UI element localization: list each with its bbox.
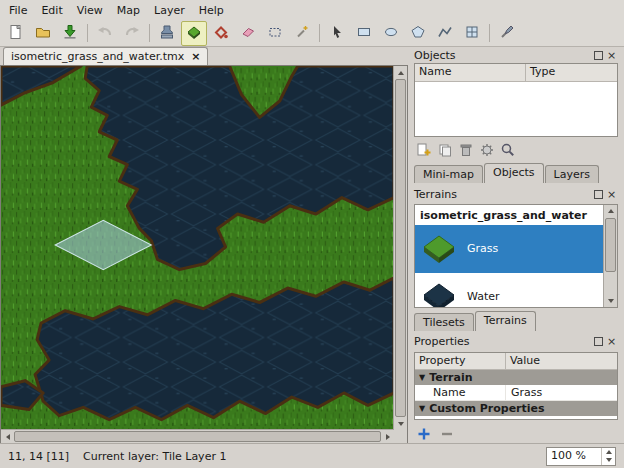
- new-map-button[interactable]: [3, 21, 29, 46]
- ellipse-shape-icon: [383, 24, 399, 43]
- vertical-scroll-thumb[interactable]: [395, 79, 406, 417]
- objects-toolbar: [414, 137, 618, 160]
- scroll-left-arrow[interactable]: [1, 430, 14, 443]
- expander-icon[interactable]: ▼: [419, 404, 425, 413]
- dock-close-button[interactable]: ×: [605, 335, 618, 348]
- insert-tile-button[interactable]: [459, 21, 485, 46]
- objects-column-name[interactable]: Name: [415, 64, 526, 81]
- eraser-button[interactable]: [235, 21, 261, 46]
- property-name: Name: [415, 385, 506, 400]
- document-tab[interactable]: isometric_grass_and_water.tmx ×: [3, 47, 208, 65]
- menu-bar: File Edit View Map Layer Help: [0, 0, 624, 20]
- zoom-control[interactable]: 100 %: [546, 447, 616, 466]
- terrains-scroll-thumb[interactable]: [605, 218, 616, 272]
- menu-layer[interactable]: Layer: [147, 2, 192, 19]
- scroll-up-arrow[interactable]: [604, 205, 617, 218]
- save-map-button[interactable]: [57, 21, 83, 46]
- menu-view[interactable]: View: [70, 2, 110, 19]
- magnifier-icon: [500, 142, 516, 158]
- save-icon: [62, 24, 78, 43]
- property-group-terrain[interactable]: ▼ Terrain: [415, 370, 617, 385]
- vertical-scrollbar[interactable]: [393, 66, 407, 430]
- tab-mini-map[interactable]: Mini-map: [414, 165, 483, 183]
- expander-icon[interactable]: ▼: [419, 373, 425, 382]
- scrollbar-corner: [394, 430, 407, 443]
- properties-dock-titlebar: Properties ×: [414, 334, 618, 349]
- objects-dock-title: Objects: [414, 49, 592, 62]
- map-canvas[interactable]: [1, 66, 394, 430]
- find-object-button[interactable]: [498, 140, 517, 159]
- properties-header: Property Value: [415, 353, 617, 370]
- value-column[interactable]: Value: [506, 353, 617, 369]
- dock-close-button[interactable]: ×: [605, 49, 618, 62]
- insert-rectangle-button[interactable]: [351, 21, 377, 46]
- status-bar: 11, 14 [11] Current layer: Tile Layer 1 …: [0, 443, 624, 468]
- tab-terrains[interactable]: Terrains: [475, 311, 536, 331]
- scroll-up-arrow[interactable]: [394, 66, 407, 79]
- toolbar-separator: [149, 24, 150, 42]
- horizontal-scroll-thumb[interactable]: [14, 431, 381, 442]
- tab-objects[interactable]: Objects: [484, 163, 544, 183]
- terrains-dock-titlebar: Terrains ×: [414, 186, 618, 201]
- menu-file[interactable]: File: [2, 2, 34, 19]
- open-map-button[interactable]: [30, 21, 56, 46]
- terrain-item-grass[interactable]: Grass: [415, 225, 604, 273]
- insert-polyline-button[interactable]: [432, 21, 458, 46]
- undo-button[interactable]: [92, 21, 118, 46]
- magic-wand-button[interactable]: [289, 21, 315, 46]
- tab-tilesets[interactable]: Tilesets: [414, 313, 474, 331]
- scroll-right-arrow[interactable]: [381, 430, 394, 443]
- terrain-brush-button[interactable]: [181, 21, 207, 46]
- dock-close-button[interactable]: ×: [605, 188, 618, 201]
- document-tab-bar: isometric_grass_and_water.tmx ×: [0, 46, 408, 65]
- cursor-coordinates: 11, 14 [11]: [8, 450, 69, 463]
- remove-objects-button[interactable]: [456, 140, 475, 159]
- property-row-name[interactable]: Name Grass: [415, 385, 617, 401]
- duplicate-objects-button[interactable]: [435, 140, 454, 159]
- dock-float-button[interactable]: [592, 335, 605, 348]
- stamp-brush-button[interactable]: [154, 21, 180, 46]
- terrain-label: Grass: [467, 242, 498, 255]
- terrains-scrollbar[interactable]: [603, 205, 617, 308]
- properties-toolbar: [414, 420, 618, 444]
- dock-float-button[interactable]: [592, 49, 605, 62]
- add-object-button[interactable]: [414, 140, 433, 159]
- menu-map[interactable]: Map: [110, 2, 147, 19]
- insert-polygon-button[interactable]: [405, 21, 431, 46]
- eyedropper-button[interactable]: [494, 21, 520, 46]
- objects-column-type[interactable]: Type: [526, 64, 617, 81]
- properties-table[interactable]: Property Value ▼ Terrain Name Grass ▼ Cu…: [414, 352, 618, 421]
- scroll-down-arrow[interactable]: [394, 417, 407, 430]
- select-objects-button[interactable]: [324, 21, 350, 46]
- rectangular-select-button[interactable]: [262, 21, 288, 46]
- trash-icon: [458, 142, 474, 158]
- zoom-decrease-arrow[interactable]: [602, 456, 615, 465]
- objects-list[interactable]: Name Type: [414, 63, 618, 137]
- insert-ellipse-button[interactable]: [378, 21, 404, 46]
- redo-button[interactable]: [119, 21, 145, 46]
- duplicate-icon: [437, 142, 453, 158]
- object-properties-button[interactable]: [477, 140, 496, 159]
- tab-layers[interactable]: Layers: [545, 165, 599, 183]
- new-map-icon: [8, 24, 24, 43]
- property-group-custom[interactable]: ▼ Custom Properties: [415, 401, 617, 416]
- tab-close-icon[interactable]: ×: [191, 50, 200, 63]
- grass-terrain-thumbnail: [420, 232, 458, 266]
- property-column[interactable]: Property: [415, 353, 506, 369]
- remove-property-button[interactable]: [437, 424, 456, 443]
- zoom-increase-arrow[interactable]: [602, 448, 615, 457]
- dock-float-button[interactable]: [592, 188, 605, 201]
- menu-edit[interactable]: Edit: [34, 2, 69, 19]
- bucket-fill-icon: [213, 24, 229, 43]
- terrain-item-water[interactable]: Water: [415, 273, 604, 309]
- zoom-value[interactable]: 100 %: [547, 448, 601, 465]
- property-value[interactable]: Grass: [506, 385, 617, 400]
- add-property-button[interactable]: [414, 424, 433, 443]
- horizontal-scrollbar[interactable]: [1, 429, 394, 443]
- menu-help[interactable]: Help: [192, 2, 231, 19]
- document-tab-label: isometric_grass_and_water.tmx: [11, 50, 184, 63]
- bucket-fill-button[interactable]: [208, 21, 234, 46]
- scroll-down-arrow[interactable]: [604, 294, 617, 307]
- minus-icon: [439, 426, 455, 442]
- terrains-list[interactable]: isometric_grass_and_water Grass: [414, 204, 618, 309]
